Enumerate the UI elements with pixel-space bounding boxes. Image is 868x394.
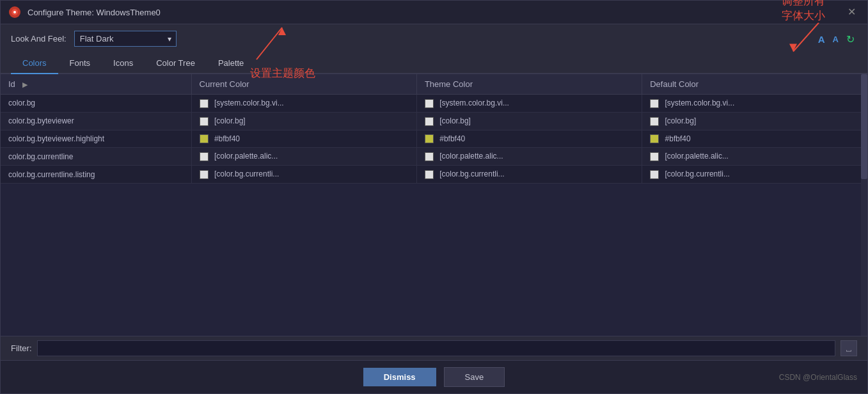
svg-marker-4 <box>278 28 286 35</box>
table-body: color.bg [system.color.bg.vi... [system.… <box>1 95 867 184</box>
font-size-large-button[interactable]: A <box>816 32 828 45</box>
cell-theme-color: #bfbf40 <box>416 130 642 148</box>
font-size-small-button[interactable]: A <box>830 33 841 45</box>
tab-fonts[interactable]: Fonts <box>58 53 102 74</box>
default-color-swatch <box>650 170 659 179</box>
bottom-row: Dismiss Save CSDN @OrientalGlass <box>1 360 867 393</box>
default-color-swatch <box>650 117 659 126</box>
app-logo <box>8 6 21 19</box>
default-color-swatch <box>650 152 659 161</box>
watermark: CSDN @OrientalGlass <box>779 373 857 382</box>
filter-row: Filter: ⎵ <box>1 336 867 360</box>
current-color-swatch <box>200 152 209 161</box>
cell-current-color: [system.color.bg.vi... <box>191 95 416 113</box>
refresh-button[interactable]: ↻ <box>844 31 857 46</box>
toolbar-row: Look And Feel: Flat Dark Flat Light Inte… <box>1 24 867 53</box>
theme-color-swatch <box>425 134 434 143</box>
cell-id: color.bg.currentline.listing <box>1 166 191 184</box>
filter-input[interactable] <box>37 340 836 356</box>
svg-point-2 <box>13 11 16 13</box>
col-header-default-color: Default Color <box>642 74 867 95</box>
look-and-feel-label: Look And Feel: <box>11 34 67 43</box>
look-and-feel-wrapper: Flat Dark Flat Light IntelliJ Darcula <box>74 31 177 47</box>
table-row[interactable]: color.bg.byteviewer.highlight #bfbf40 #b… <box>1 130 867 148</box>
current-color-swatch <box>200 170 209 179</box>
cell-default-color: [color.palette.alic... <box>642 148 867 166</box>
theme-color-swatch <box>425 117 434 126</box>
tab-colors[interactable]: Colors <box>11 53 58 74</box>
look-and-feel-select[interactable]: Flat Dark Flat Light IntelliJ Darcula <box>74 31 177 47</box>
dialog-title: Configure Theme: WindowsTheme0 <box>28 8 161 17</box>
cell-theme-color: [system.color.bg.vi... <box>416 95 642 113</box>
save-button[interactable]: Save <box>444 367 505 387</box>
tabs-row: Colors Fonts Icons Color Tree Palette <box>1 53 867 74</box>
table-header: Id ▶ Current Color Theme Color Default C… <box>1 74 867 95</box>
table-row[interactable]: color.bg.currentline.listing [color.bg.c… <box>1 166 867 184</box>
tab-palette[interactable]: Palette <box>207 53 255 74</box>
cell-id: color.bg.byteviewer <box>1 112 191 130</box>
tab-color-tree[interactable]: Color Tree <box>145 53 207 74</box>
configure-theme-dialog: Configure Theme: WindowsTheme0 ✕ Look An… <box>0 0 868 394</box>
cell-current-color: #bfbf40 <box>191 130 416 148</box>
table-row[interactable]: color.bg.currentline [color.palette.alic… <box>1 148 867 166</box>
default-color-swatch <box>650 134 659 143</box>
tab-icons[interactable]: Icons <box>102 53 145 74</box>
col-header-current-color: Current Color <box>191 74 416 95</box>
cell-current-color: [color.bg] <box>191 112 416 130</box>
title-bar: Configure Theme: WindowsTheme0 ✕ <box>1 1 867 24</box>
color-table-container: Id ▶ Current Color Theme Color Default C… <box>1 74 867 336</box>
theme-color-swatch <box>425 99 434 108</box>
cell-id: color.bg.currentline <box>1 148 191 166</box>
col-header-id: Id ▶ <box>1 74 191 95</box>
filter-action-button[interactable]: ⎵ <box>840 340 857 356</box>
cell-default-color: #bfbf40 <box>642 130 867 148</box>
svg-marker-6 <box>789 43 797 51</box>
default-color-swatch <box>650 99 659 108</box>
close-button[interactable]: ✕ <box>844 6 860 19</box>
current-color-swatch <box>200 99 209 108</box>
top-right-icons: 调整所有字体大小 A A ↻ <box>816 31 857 46</box>
cell-id: color.bg.byteviewer.highlight <box>1 130 191 148</box>
col-header-theme-color: Theme Color <box>416 74 642 95</box>
cell-theme-color: [color.bg] <box>416 112 642 130</box>
cell-theme-color: [color.bg.currentli... <box>416 166 642 184</box>
table-row[interactable]: color.bg.byteviewer [color.bg] [color.bg… <box>1 112 867 130</box>
cursor-icon: ▶ <box>22 81 28 88</box>
theme-color-swatch <box>425 170 434 179</box>
filter-label: Filter: <box>11 343 32 353</box>
cell-current-color: [color.palette.alic... <box>191 148 416 166</box>
color-table: Id ▶ Current Color Theme Color Default C… <box>1 74 867 184</box>
cell-default-color: [color.bg] <box>642 112 867 130</box>
cell-default-color: [color.bg.currentli... <box>642 166 867 184</box>
cell-theme-color: [color.palette.alic... <box>416 148 642 166</box>
table-row[interactable]: color.bg [system.color.bg.vi... [system.… <box>1 95 867 113</box>
scrollbar-track <box>861 74 867 336</box>
current-color-swatch <box>200 134 209 143</box>
cell-default-color: [system.color.bg.vi... <box>642 95 867 113</box>
dismiss-button[interactable]: Dismiss <box>363 368 436 386</box>
theme-color-swatch <box>425 152 434 161</box>
current-color-swatch <box>200 117 209 126</box>
cell-id: color.bg <box>1 95 191 113</box>
scrollbar-thumb[interactable] <box>861 74 867 179</box>
cell-current-color: [color.bg.currentli... <box>191 166 416 184</box>
